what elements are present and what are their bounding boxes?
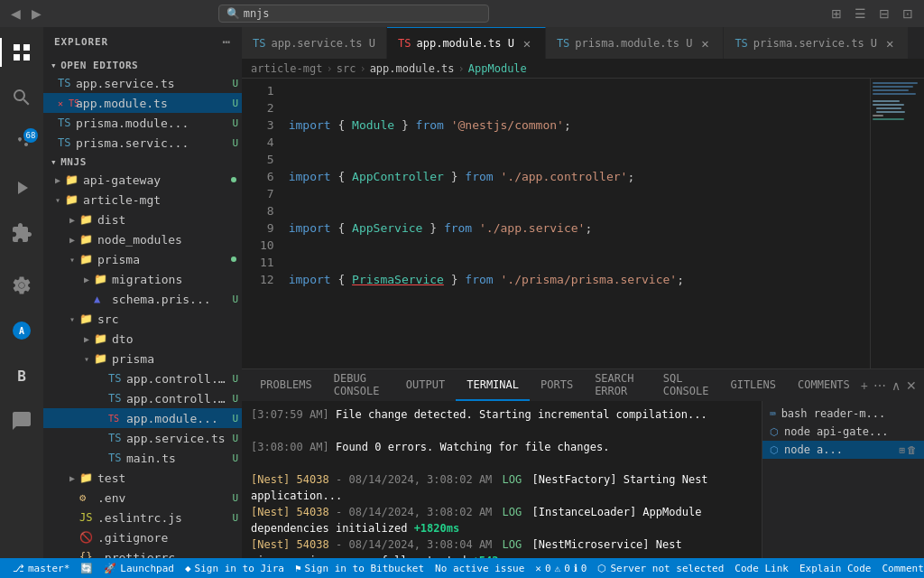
open-editors-section[interactable]: ▾ OPEN EDITORS [43,56,242,73]
tab-icon-prisma-service: TS [735,37,747,50]
status-jira[interactable]: ◆ Sign in to Jira [180,558,290,578]
status-explain-code[interactable]: Explain Code [794,558,876,578]
activity-extensions[interactable] [0,211,43,255]
nav-forward-button[interactable]: ▶ [28,5,45,23]
panel-tab-ports[interactable]: PORTS [530,369,584,401]
tree-item-node-modules[interactable]: ▶ 📁 node_modules [43,229,242,249]
panel-tab-problems[interactable]: PROBLEMS [249,369,323,401]
status-server[interactable]: ⬡ Server not selected [592,558,729,578]
tab-prisma-service[interactable]: TS prisma.service.ts U ✕ [724,27,909,59]
activity-account[interactable]: A [0,309,43,352]
tree-item-prettier[interactable]: {} .prettierrc [43,547,242,558]
trash-terminal-icon[interactable]: 🗑 [907,444,917,456]
open-editor-prisma-module[interactable]: TS prisma.module... U [43,113,242,133]
tree-item-app-controller-spec[interactable]: TS app.controll... U [43,368,242,388]
activity-explorer[interactable] [0,31,43,74]
activity-source-control[interactable]: 68 [0,121,43,164]
breadcrumb-file[interactable]: app.module.ts [370,62,455,75]
arrow-prisma: ▾ [65,255,79,265]
open-editor-app-module[interactable]: ✕ TS app.module.ts U [43,93,242,113]
mnjs-section[interactable]: ▾ MNJS [43,153,242,170]
activity-run[interactable] [0,166,43,210]
panel-tab-sql-console[interactable]: SQL CONSOLE [652,369,720,401]
status-no-issue[interactable]: No active issue [430,558,530,578]
tab-prisma-module[interactable]: TS prisma.module.ts U ✕ [546,27,725,59]
panel-tab-search-error[interactable]: SEARCH ERROR [584,369,652,401]
status-errors[interactable]: ✕ 0 ⚠ 0 ℹ 0 [530,558,592,578]
breadcrumb-article-mgt[interactable]: article-mgt [251,62,322,75]
tree-item-prisma-src[interactable]: ▾ 📁 prisma [43,349,242,368]
tree-item-src[interactable]: ▾ 📁 src [43,309,242,329]
tree-item-gitignore[interactable]: 🚫 .gitignore [43,527,242,547]
tree-item-eslint[interactable]: JS .eslintrc.js U [43,508,242,527]
panel-tab-debug-console[interactable]: DEBUG CONSOLE [323,369,395,401]
code-editor[interactable]: 12345 678910 1112 import { Module } from… [242,79,870,368]
status-launchpad[interactable]: 🚀 Launchpad [98,558,180,578]
folder-icon-article: 📁 [65,193,79,206]
code-line-3: import { AppService } from './app.servic… [285,219,870,237]
tree-item-dto[interactable]: ▶ 📁 dto [43,329,242,349]
open-editor-prisma-service[interactable]: TS prisma.servic... U [43,133,242,153]
tree-item-main[interactable]: TS main.ts U [43,448,242,468]
tree-item-api-gateway[interactable]: ▶ 📁 api-gateway [43,170,242,190]
status-warning-count: 0 [564,563,570,574]
tree-item-env[interactable]: ⚙ .env U [43,488,242,508]
panel-more-button[interactable]: ⋯ [873,378,886,393]
terminal-instance-node-api[interactable]: ⬡ node api-gate... [762,423,924,441]
panel-add-button[interactable]: + [861,378,868,393]
file-icon-ts-ac2: TS [108,392,123,405]
tab-close-prisma-service[interactable]: ✕ [882,36,897,51]
file-label-as: app.service.ts [126,432,232,445]
badge-as: U [232,433,238,444]
file-label-schema: schema.pris... [112,293,232,306]
status-sync[interactable]: 🔄 [75,558,98,578]
tree-item-prisma-folder[interactable]: ▾ 📁 prisma [43,249,242,269]
activity-search[interactable] [0,76,43,119]
tree-item-article-mgt[interactable]: ▾ 📁 article-mgt [43,190,242,210]
code-line-4: import { PrismaService } from './prisma/… [285,271,870,288]
breadcrumb-src[interactable]: src [337,62,356,75]
tree-item-app-module-active[interactable]: TS app.module... U [43,408,242,428]
panel-tab-gitlens[interactable]: GITLENS [719,369,787,401]
panel-tab-comments[interactable]: COMMENTS [787,369,861,401]
tree-item-dist[interactable]: ▶ 📁 dist [43,210,242,229]
layout-button-1[interactable]: ⊞ [827,5,845,23]
layout-button-2[interactable]: ☰ [851,5,870,23]
status-bitbucket[interactable]: ⚑ Sign in to Bitbucket [290,558,430,578]
file-label-env: .env [97,491,232,505]
split-terminal-icon[interactable]: ⊞ [899,444,905,456]
status-branch[interactable]: ⎇ master* [7,558,75,578]
nav-back-button[interactable]: ◀ [7,5,24,23]
status-bitbucket-label: Sign in to Bitbucket [305,563,424,574]
tree-item-app-service[interactable]: TS app.service.ts U [43,428,242,448]
sidebar-new-file-icon[interactable]: ⋯ [223,34,231,49]
tree-item-app-controller[interactable]: TS app.controll... U [43,388,242,408]
tab-app-service[interactable]: TS app.service.ts U [242,27,387,59]
open-editor-app-service[interactable]: TS app.service.ts U [43,73,242,93]
tab-app-module[interactable]: TS app.module.ts U ✕ [387,27,546,59]
open-editors-label: OPEN EDITORS [60,60,138,71]
terminal-instance-node-active[interactable]: ⬡ node a... ⊞ 🗑 [762,441,924,459]
layout-button-4[interactable]: ⊡ [899,5,917,23]
search-input[interactable] [244,7,481,20]
panel-minimize-button[interactable]: ∧ [892,378,901,393]
panel-tab-terminal[interactable]: TERMINAL [456,369,530,401]
tab-close-app-module[interactable]: ✕ [520,36,534,51]
status-comment-code[interactable]: Comment Code [876,558,924,578]
search-icon: 🔍 [226,7,240,20]
terminal-instance-bash[interactable]: ⌨ bash reader-m... [762,405,924,423]
panel-tab-output[interactable]: OUTPUT [395,369,456,401]
status-code-link[interactable]: Code Link [729,558,794,578]
tree-item-test[interactable]: ▶ 📁 test [43,468,242,488]
panel-close-button[interactable]: ✕ [906,378,917,393]
tab-close-prisma-module[interactable]: ✕ [698,36,712,51]
terminal-main[interactable]: [3:07:59 AM] File change detected. Start… [242,401,762,558]
breadcrumb-class[interactable]: AppModule [468,62,527,75]
tree-item-migrations[interactable]: ▶ 📁 migrations [43,269,242,289]
tree-item-schema-prisma[interactable]: ▲ schema.pris... U [43,289,242,309]
activity-chat[interactable] [0,399,43,443]
activity-b[interactable]: B [0,354,43,397]
layout-button-3[interactable]: ⊟ [875,5,893,23]
activity-bottom-1[interactable] [0,264,43,307]
info-icon: ℹ [574,563,578,574]
